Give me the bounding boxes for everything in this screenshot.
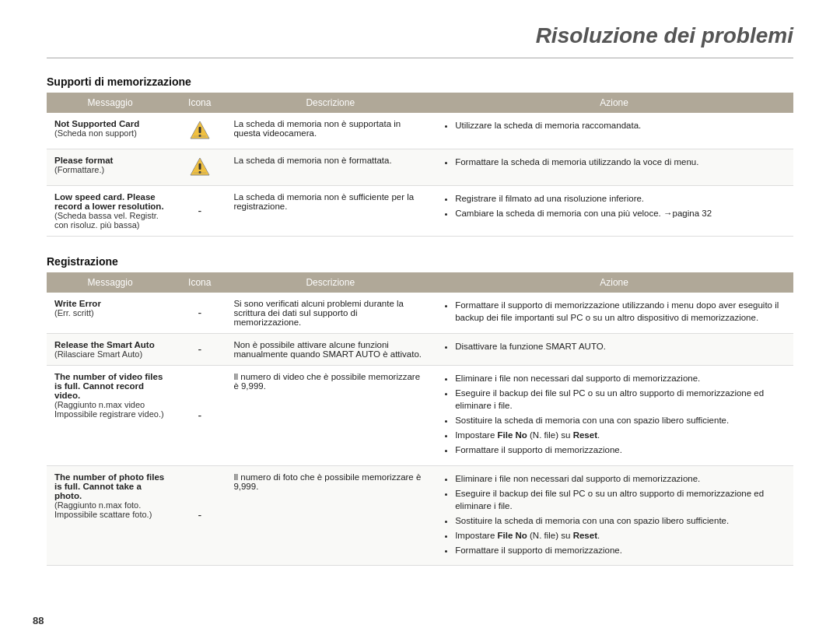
table-row: Low speed card. Please record a lower re…: [47, 186, 793, 237]
section2-table: Messaggio Icona Descrizione Azione Write…: [47, 272, 793, 566]
svg-rect-7: [198, 171, 201, 174]
dash-icon: -: [198, 343, 201, 356]
cell-descrizione: Il numero di foto che è possibile memori…: [226, 465, 435, 566]
list-item: Formattare la scheda di memoria utilizza…: [455, 156, 786, 168]
list-item: Formattare il supporto di memorizzazione…: [455, 299, 786, 324]
cell-messaggio: Release the Smart Auto(Rilasciare Smart …: [47, 334, 173, 366]
cell-azione: Registrare il filmato ad una risoluzione…: [435, 186, 793, 237]
messaggio-sub: (Scheda non support): [54, 128, 137, 138]
cell-messaggio: Not Supported Card(Scheda non support): [47, 113, 173, 149]
list-item: Eliminare i file non necessari dal suppo…: [455, 372, 786, 384]
section1-header-descrizione: Descrizione: [226, 93, 435, 113]
section1-table: Messaggio Icona Descrizione Azione Not S…: [47, 93, 793, 237]
cell-icona: -: [173, 186, 226, 237]
section2-header-azione: Azione: [435, 272, 793, 293]
cell-descrizione: La scheda di memoria non è sufficiente p…: [226, 186, 435, 237]
section1-header-azione: Azione: [435, 93, 793, 113]
dash-icon: -: [198, 307, 201, 319]
table-row: Not Supported Card(Scheda non support) L…: [47, 113, 793, 149]
warning-icon: [189, 133, 211, 142]
cell-azione: Eliminare i file non necessari dal suppo…: [435, 465, 793, 566]
table-row: Release the Smart Auto(Rilasciare Smart …: [47, 334, 793, 366]
list-item: Impostare File No (N. file) su Reset.: [455, 429, 786, 441]
cell-descrizione: Il numero di video che è possibile memor…: [226, 366, 435, 466]
list-item: Cambiare la scheda di memoria con una pi…: [455, 207, 786, 219]
messaggio-sub: (Formattare.): [54, 165, 104, 174]
messaggio-bold: Not Supported Card: [54, 119, 139, 128]
cell-descrizione: Non è possibile attivare alcune funzioni…: [226, 334, 435, 366]
warning-icon: [189, 170, 211, 179]
cell-icona: -: [173, 334, 226, 366]
list-item: Impostare File No (N. file) su Reset.: [455, 529, 786, 542]
list-item: Sostituire la scheda di memoria con una …: [455, 414, 786, 426]
table-row: The number of photo files is full. Canno…: [47, 465, 793, 566]
cell-messaggio: Low speed card. Please record a lower re…: [47, 186, 173, 237]
messaggio-bold: Write Error: [54, 299, 101, 308]
cell-azione: Eliminare i file non necessari dal suppo…: [435, 366, 793, 466]
cell-messaggio: Please format(Formattare.): [47, 149, 173, 186]
cell-messaggio: Write Error(Err. scritt): [47, 293, 173, 334]
cell-azione: Formattare la scheda di memoria utilizza…: [435, 149, 793, 186]
cell-descrizione: Si sono verificati alcuni problemi duran…: [226, 293, 435, 334]
cell-icona: [173, 113, 226, 149]
cell-messaggio: The number of video files is full. Canno…: [47, 366, 173, 466]
messaggio-sub: (Err. scritt): [54, 308, 94, 317]
cell-icona: -: [173, 366, 226, 466]
cell-azione: Utilizzare la scheda di memoria raccoman…: [435, 113, 793, 149]
list-item: Eliminare i file non necessari dal suppo…: [455, 472, 786, 485]
dash-icon: -: [198, 509, 201, 521]
table-row: Write Error(Err. scritt)-Si sono verific…: [47, 293, 793, 334]
svg-rect-2: [198, 127, 201, 133]
cell-icona: -: [173, 465, 226, 566]
table-row: Please format(Formattare.) La scheda di …: [47, 149, 793, 186]
table-row: The number of video files is full. Canno…: [47, 366, 793, 466]
section2-header-icona: Icona: [173, 272, 226, 293]
section1-header-messaggio: Messaggio: [47, 93, 173, 113]
list-item: Eseguire il backup dei file sul PC o su …: [455, 387, 786, 412]
cell-descrizione: La scheda di memoria non è supportata in…: [226, 113, 435, 149]
list-item: Formattare il supporto di memorizzazione…: [455, 444, 786, 456]
section2-header-messaggio: Messaggio: [47, 272, 173, 293]
cell-messaggio: The number of photo files is full. Canno…: [47, 465, 173, 566]
messaggio-sub: (Scheda bassa vel. Registr. con risoluz.…: [54, 211, 159, 230]
messaggio-sub: (Rilasciare Smart Auto): [54, 349, 142, 359]
messaggio-sub: (Raggiunto n.max foto. Impossibile scatt…: [54, 500, 152, 519]
section1-header-icona: Icona: [173, 93, 226, 113]
messaggio-bold: Low speed card. Please record a lower re…: [54, 192, 164, 211]
list-item: Registrare il filmato ad una risoluzione…: [455, 192, 786, 205]
cell-icona: -: [173, 293, 226, 334]
cell-azione: Disattivare la funzione SMART AUTO.: [435, 334, 793, 366]
list-item: Sostituire la scheda di memoria con una …: [455, 514, 786, 527]
page-title: Risoluzione dei problemi: [47, 23, 793, 58]
dash-icon: -: [198, 409, 201, 422]
list-item: Utilizzare la scheda di memoria raccoman…: [455, 119, 786, 132]
page-number: 88: [33, 615, 44, 626]
list-item: Formattare il supporto di memorizzazione…: [455, 544, 786, 556]
svg-rect-6: [198, 163, 201, 170]
list-item: Disattivare la funzione SMART AUTO.: [455, 340, 786, 353]
section1-title: Supporti di memorizzazione: [47, 75, 793, 88]
list-item: Eseguire il backup dei file sul PC o su …: [455, 487, 786, 512]
messaggio-bold: Release the Smart Auto: [54, 340, 155, 349]
messaggio-bold: The number of video files is full. Canno…: [54, 372, 163, 400]
dash-icon: -: [198, 205, 201, 217]
cell-descrizione: La scheda di memoria non è formattata.: [226, 149, 435, 186]
messaggio-sub: (Raggiunto n.max video Impossibile regis…: [54, 400, 164, 419]
section2-title: Registrazione: [47, 255, 793, 268]
messaggio-bold: Please format: [54, 156, 113, 165]
messaggio-bold: The number of photo files is full. Canno…: [54, 472, 164, 500]
svg-rect-3: [198, 135, 201, 137]
cell-icona: [173, 149, 226, 186]
page-container: Risoluzione dei problemi Supporti di mem…: [0, 0, 840, 608]
section2-header-descrizione: Descrizione: [226, 272, 435, 293]
cell-azione: Formattare il supporto di memorizzazione…: [435, 293, 793, 334]
